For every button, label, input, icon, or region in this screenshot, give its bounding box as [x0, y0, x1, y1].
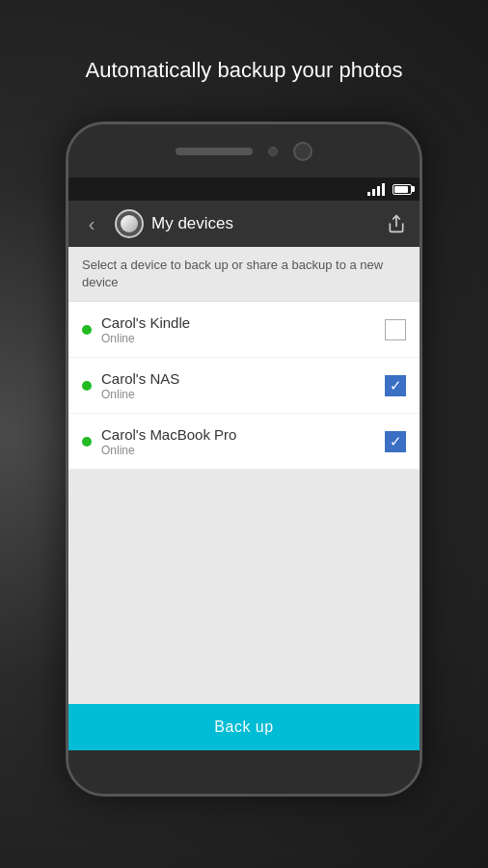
device-status: Online — [101, 388, 385, 401]
device-checkbox[interactable] — [385, 319, 406, 340]
phone-top-bezel — [68, 124, 420, 177]
list-item[interactable]: Carol's MacBook Pro Online ✓ — [68, 414, 420, 470]
battery-icon — [393, 184, 412, 195]
device-status: Online — [101, 444, 385, 457]
subtitle-text: Select a device to back up or share a ba… — [82, 258, 383, 289]
speaker-bar — [176, 148, 253, 155]
checkmark-icon: ✓ — [390, 378, 402, 393]
back-up-button[interactable]: Back up — [68, 704, 420, 750]
signal-icon — [367, 182, 385, 196]
share-icon — [387, 214, 406, 233]
device-checkbox[interactable]: ✓ — [385, 375, 406, 396]
device-status: Online — [101, 332, 385, 345]
back-up-button-label: Back up — [214, 719, 273, 736]
device-checkbox[interactable]: ✓ — [385, 431, 406, 452]
status-bar — [68, 177, 420, 201]
online-indicator — [82, 325, 92, 335]
list-empty-area — [68, 470, 420, 704]
app-bar: ‹ My devices — [68, 201, 420, 247]
phone-shell: ‹ My devices Select a device to back up … — [66, 122, 422, 797]
online-indicator — [82, 437, 92, 447]
device-name: Carol's Kindle — [101, 314, 385, 331]
device-name: Carol's NAS — [101, 370, 385, 387]
back-button[interactable]: ‹ — [76, 208, 107, 239]
share-button[interactable] — [381, 208, 412, 239]
device-info: Carol's MacBook Pro Online — [101, 426, 385, 457]
app-logo-icon — [115, 209, 144, 238]
subtitle-bar: Select a device to back up or share a ba… — [68, 247, 420, 302]
checkmark-icon: ✓ — [390, 434, 402, 448]
list-item[interactable]: Carol's Kindle Online — [68, 302, 420, 358]
app-bar-title: My devices — [151, 214, 381, 233]
list-item[interactable]: Carol's NAS Online ✓ — [68, 358, 420, 414]
device-info: Carol's Kindle Online — [101, 314, 385, 345]
page-title-text: Automatically backup your photos — [47, 58, 442, 83]
device-list: Carol's Kindle Online Carol's NAS Online… — [68, 302, 420, 704]
camera-dot — [268, 147, 278, 156]
online-indicator — [82, 381, 92, 391]
phone-screen: ‹ My devices Select a device to back up … — [68, 177, 420, 750]
phone-bottom-bezel — [68, 750, 420, 794]
device-name: Carol's MacBook Pro — [101, 426, 385, 443]
device-info: Carol's NAS Online — [101, 370, 385, 401]
camera-ring — [293, 142, 312, 161]
